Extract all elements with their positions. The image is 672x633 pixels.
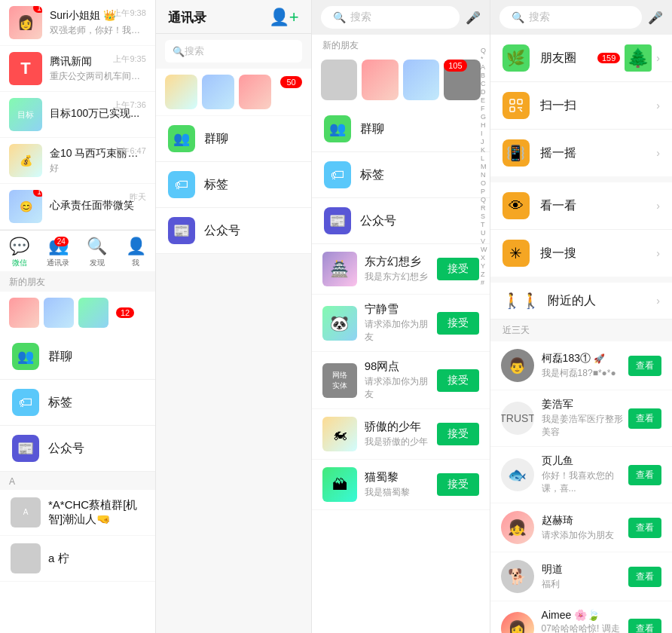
chevron-icon: › <box>656 200 660 212</box>
svg-line-4 <box>520 109 522 112</box>
person-msg: 你好！我喜欢您的课，喜... <box>542 469 628 495</box>
person-info: 姜浩军 我是姜浩军医疗整形美容 <box>542 398 628 439</box>
friend-avatar <box>202 75 234 109</box>
menu-item-tags[interactable]: 🏷 标签 <box>0 380 155 426</box>
discover-scroll[interactable]: 🌿 朋友圈 159 🌲 › <box>490 35 672 633</box>
badge: 1 <box>33 6 42 13</box>
me-icon: 👤 <box>126 237 146 256</box>
search-bar[interactable]: 🔍 搜索 <box>165 40 302 63</box>
contact-item[interactable]: a 柠 <box>0 536 155 582</box>
search-discover-icon: ✳ <box>502 240 530 267</box>
discover-scan[interactable]: 扫一扫 › <box>490 82 672 130</box>
discover-shake[interactable]: 📳 摇一摇 › <box>490 130 672 176</box>
nearby-person: 👧 赵赫琦 请求添加你为朋友 查看 <box>490 503 672 552</box>
discover-moments[interactable]: 🌿 朋友圈 159 🌲 › <box>490 35 672 82</box>
menu-label: 公众号 <box>48 441 84 457</box>
request-msg: 我是东方幻想乡 <box>365 271 429 283</box>
chat-item[interactable]: 目标 目标100万已实现... 上午7:36 <box>0 92 155 138</box>
nearby-person: 👨 柯磊183① 🚀 我是柯磊18?■*●*● 查看 <box>490 341 672 390</box>
chat-msg: 双强老师，你好！我主营古心殿... <box>50 24 146 37</box>
chat-item[interactable]: 💰 金10 马西巧束丽丽1... 好 上午6:47 <box>0 138 155 184</box>
request-info: 骄傲的少年 我是骄傲的少年 <box>365 420 429 448</box>
contacts-title: 通讯录 <box>168 9 206 26</box>
request-info: 98网点 请求添加你为朋友 <box>365 359 429 401</box>
view-button[interactable]: 查看 <box>628 465 661 485</box>
friend-avatar <box>78 298 108 328</box>
nav-contacts[interactable]: 👥 通讯录 24 <box>38 237 77 268</box>
tags-icon: 🏷 <box>324 161 351 188</box>
request-item: 🏔 猫蜀黎 我是猫蜀黎 接受 <box>312 460 490 510</box>
group-chat-icon: 👥 <box>168 125 195 152</box>
person-name: 柯磊183① 🚀 <box>542 352 628 365</box>
menu-item-official[interactable]: 📰 公众号 <box>312 198 490 244</box>
shake-icon: 📳 <box>502 139 530 167</box>
person-name: 明道 <box>542 563 628 576</box>
view-button[interactable]: 查看 <box>628 408 661 429</box>
alpha-sidebar[interactable]: Q* AB CD EF GH IJ KL MN OP QR ST UV WX Y… <box>478 45 490 288</box>
new-friends-badge: 105 <box>444 60 466 72</box>
friend-avatar <box>403 60 440 100</box>
friends-avatars-row[interactable]: 50 <box>156 69 311 115</box>
accept-button[interactable]: 接受 <box>437 423 479 445</box>
discover-watch[interactable]: 👁 看一看 › <box>490 182 672 230</box>
contact-name: *A*CHC蔡植群[机智]潮汕人🤜 <box>48 498 145 527</box>
nav-wechat[interactable]: 💬 微信 <box>0 237 38 268</box>
nearby-person: 🐟 页儿鱼 你好！我喜欢您的课，喜... 查看 <box>490 447 672 503</box>
request-item: 🏍 骄傲的少年 我是骄傲的少年 接受 <box>312 409 490 460</box>
menu-label: 公众号 <box>360 213 396 229</box>
accept-button[interactable]: 接受 <box>437 473 479 496</box>
panel-new-friends: 🔍 搜索 🎤 新的朋友 105 👥 群聊 🏷 标签 📰 <box>312 0 490 633</box>
menu-item-tags[interactable]: 🏷 标签 <box>312 152 490 198</box>
search-input[interactable]: 🔍 搜索 <box>499 6 642 29</box>
request-item: 🐼 宁静雪 请求添加你为朋友 接受 <box>312 295 490 352</box>
chat-item[interactable]: 1 👩 Suri小姐姐 👑 双强老师，你好！我主营古心殿... 上午9:38 <box>0 0 155 46</box>
accept-button[interactable]: 接受 <box>437 258 479 280</box>
accept-button[interactable]: 接受 <box>437 312 479 335</box>
request-avatar: 🏍 <box>322 417 357 451</box>
view-button[interactable]: 查看 <box>628 619 661 634</box>
avatar: 1 😊 <box>9 190 42 223</box>
contacts-scroll[interactable]: 50 👥 群聊 🏷 标签 📰 公众号 <box>156 69 311 633</box>
nav-me[interactable]: 👤 我 <box>116 237 154 268</box>
moments-icon: 🌿 <box>502 44 530 72</box>
tags-icon: 🏷 <box>168 171 195 198</box>
request-msg: 我是猫蜀黎 <box>365 486 429 499</box>
tags-icon: 🏷 <box>12 389 39 416</box>
accept-button[interactable]: 接受 <box>437 369 479 392</box>
menu-item-group-chat[interactable]: 👥 群聊 <box>0 334 155 380</box>
contact-item[interactable]: A *A*CHC蔡植群[机智]潮汕人🤜 <box>0 490 155 536</box>
chat-time: 上午7:36 <box>113 99 145 111</box>
requests-scroll[interactable]: 🏯 东方幻想乡 我是东方幻想乡 接受 🐼 宁静雪 请求添加你为朋友 接受 <box>312 244 490 633</box>
menu-label: 群聊 <box>48 349 72 365</box>
friend-avatar <box>165 75 197 109</box>
menu-item-tags[interactable]: 🏷 标签 <box>156 162 311 208</box>
request-item: 网络实体 98网点 请求添加你为朋友 接受 <box>312 352 490 409</box>
nearby-header[interactable]: 🚶🚶 附近的人 › <box>490 283 672 320</box>
menu-item-official[interactable]: 📰 公众号 <box>0 426 155 472</box>
menu-item-group-chat[interactable]: 👥 群聊 <box>156 116 311 162</box>
view-button[interactable]: 查看 <box>628 518 661 538</box>
discover-label: 看一看 <box>540 198 657 214</box>
discover-section: 🌿 朋友圈 159 🌲 › <box>490 35 672 176</box>
add-contact-icon[interactable]: 👤+ <box>269 8 299 27</box>
view-button[interactable]: 查看 <box>628 356 661 376</box>
search-input[interactable]: 🔍 搜索 <box>321 6 460 29</box>
section-header-new-friends: 新的朋友 <box>0 271 155 292</box>
avatar: T <box>9 52 42 85</box>
person-avatar: 🐟 <box>501 458 534 491</box>
view-button[interactable]: 查看 <box>628 567 661 587</box>
discover-search[interactable]: ✳ 搜一搜 › <box>490 230 672 277</box>
nav-discover[interactable]: 🔍 发现 <box>78 237 116 268</box>
person-msg: 我是姜浩军医疗整形美容 <box>542 413 628 439</box>
chevron-icon: › <box>656 52 660 64</box>
friends-avatars: 105 <box>312 54 490 106</box>
menu-item-official[interactable]: 📰 公众号 <box>156 208 311 254</box>
chat-list-scroll[interactable]: 1 👩 Suri小姐姐 👑 双强老师，你好！我主营古心殿... 上午9:38 T… <box>0 0 155 633</box>
discover-label: 摇一摇 <box>540 145 657 161</box>
menu-item-group-chat[interactable]: 👥 群聊 <box>312 106 490 152</box>
search-placeholder: 搜索 <box>185 44 204 58</box>
top-search: 🔍 搜索 🎤 <box>490 0 672 35</box>
friend-avatar <box>239 75 271 109</box>
chat-item[interactable]: T 腾讯新闻 重庆公交两司机车间，男子逃打乘客... 上午9:35 <box>0 46 155 92</box>
chat-item[interactable]: 1 😊 心承责任面带微笑 昨天 <box>0 184 155 230</box>
